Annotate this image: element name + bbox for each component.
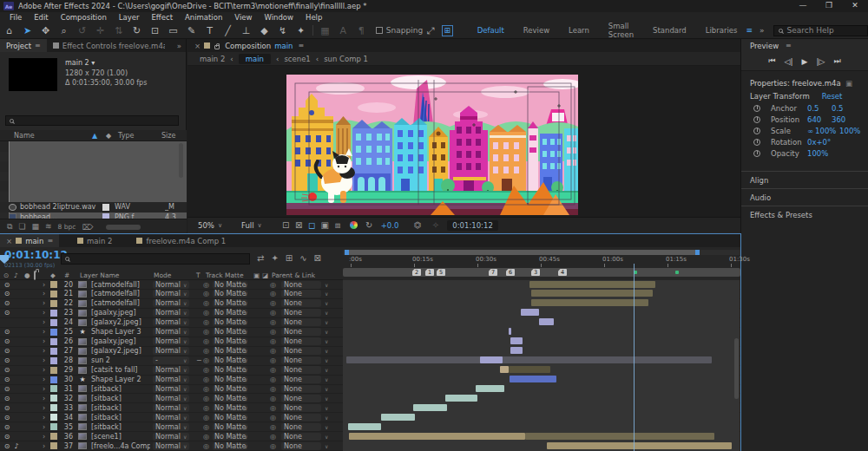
track-matte-dropdown[interactable]: No Matte — [213, 356, 247, 364]
transfer-controls-icon[interactable]: ▣ — [253, 271, 260, 279]
panel-menu-icon[interactable]: ≡ — [298, 42, 304, 49]
menu-help[interactable]: Help — [299, 13, 328, 22]
parent-pickwhip-icon[interactable]: ◎ — [270, 309, 276, 317]
eraser-tool[interactable]: ◆ — [255, 23, 273, 38]
composition-viewer[interactable] — [187, 66, 740, 217]
timeline-layer-row[interactable]: ⊙›30★Shape Layer 2Normal∨◎No Matte∨◎None… — [0, 376, 740, 385]
layer-color-swatch[interactable] — [50, 367, 57, 374]
parent-link-dropdown[interactable]: None — [281, 281, 321, 289]
layer-color-swatch[interactable] — [50, 281, 57, 288]
audio-column-icon[interactable]: ♪ — [14, 271, 18, 279]
parent-pickwhip-icon[interactable]: ◎ — [270, 404, 276, 412]
section-audio[interactable]: Audio — [741, 188, 868, 206]
track-matte-dropdown[interactable]: No Matte — [213, 433, 247, 441]
parent-pickwhip-icon[interactable]: ◎ — [270, 356, 276, 364]
eye-icon[interactable]: ⊙ — [3, 404, 11, 412]
parent-pickwhip-icon[interactable]: ◎ — [270, 423, 276, 431]
layer-duration-bar[interactable] — [510, 376, 556, 382]
layer-track[interactable] — [343, 308, 740, 317]
layer-track[interactable] — [343, 298, 740, 308]
matte-pickwhip-icon[interactable]: ◎ — [203, 442, 209, 450]
expand-arrow-icon[interactable]: › — [43, 337, 45, 345]
layer-track[interactable] — [343, 365, 740, 375]
label-swatch[interactable] — [102, 204, 109, 211]
tab-close-icon[interactable]: × — [6, 237, 12, 245]
eye-icon[interactable]: ⊙ — [3, 290, 11, 297]
magnification-dropdown[interactable]: 50%∨ — [194, 220, 226, 231]
layer-track[interactable] — [343, 280, 740, 290]
draft-3d-icon[interactable]: ✦ — [271, 253, 278, 263]
section-effects-presets[interactable]: Effects & Presets — [741, 206, 868, 223]
timeline-vertical-scrollbar[interactable] — [734, 338, 739, 399]
project-item[interactable]: bobhead 2liptrue.wavWAV_M — [0, 202, 187, 212]
parent-link-dropdown[interactable]: None — [281, 290, 321, 297]
track-matte-dropdown[interactable]: No Matte — [213, 376, 247, 383]
menu-view[interactable]: View — [228, 13, 258, 22]
parent-pickwhip-icon[interactable]: ◎ — [270, 395, 276, 402]
layer-color-swatch[interactable] — [50, 385, 57, 392]
parent-pickwhip-icon[interactable]: ◎ — [270, 442, 276, 450]
sort-asc-icon[interactable]: ▲ — [92, 132, 97, 140]
matte-pickwhip-icon[interactable]: ◎ — [203, 337, 209, 345]
mini-flowchart-icon[interactable]: ⇄ — [257, 253, 264, 263]
interpret-footage-icon[interactable]: ⧉ — [7, 222, 12, 232]
layer-track[interactable] — [343, 327, 740, 337]
expand-arrow-icon[interactable]: › — [43, 423, 45, 431]
properties-panel-header[interactable]: Properties: freelove.m4a ▣ — [741, 76, 868, 90]
matte-pickwhip-icon[interactable]: ◎ — [203, 414, 209, 422]
parent-controls-icon[interactable]: ◪ — [262, 271, 268, 279]
layer-name[interactable]: [galaxy2.jpeg] — [91, 318, 150, 326]
parent-pickwhip-icon[interactable]: ◎ — [270, 299, 276, 307]
track-matte-dropdown[interactable]: No Matte — [213, 395, 247, 402]
eye-icon[interactable]: ⊙ — [3, 347, 11, 355]
layer-name[interactable]: Shape Layer 2 — [91, 376, 150, 383]
matte-pickwhip-icon[interactable]: ◎ — [203, 433, 209, 441]
pen-tool[interactable]: ✎ — [182, 23, 201, 38]
layer-duration-bar[interactable] — [509, 328, 511, 335]
layer-duration-bar[interactable] — [480, 356, 503, 363]
workspace-libraries[interactable]: Libraries — [697, 26, 746, 35]
layer-name[interactable]: [galaxy2.jpeg] — [91, 347, 150, 355]
layer-color-swatch[interactable] — [50, 357, 57, 364]
eye-column-icon[interactable]: ⊙ — [3, 271, 9, 279]
stopwatch-icon[interactable] — [753, 139, 760, 146]
maximize-button[interactable]: ❐ — [816, 0, 842, 12]
layer-color-swatch[interactable] — [50, 338, 57, 345]
timeline-layer-row[interactable]: ⊙›20[catmodelfall]Normal∨◎No Matte∨◎None… — [0, 280, 740, 290]
play-button[interactable]: ▶ — [802, 57, 808, 66]
breadcrumb-main[interactable]: main — [239, 54, 271, 64]
resolution-dropdown[interactable]: Full∨ — [238, 220, 266, 231]
property-value[interactable]: 640 — [807, 115, 832, 124]
dolly-camera-tool[interactable]: ⇅ — [109, 23, 128, 38]
track-matte-dropdown[interactable]: No Matte — [213, 337, 247, 345]
layer-track[interactable] — [343, 356, 740, 365]
expand-arrow-icon[interactable]: › — [43, 347, 45, 355]
main-viewer-icon[interactable]: ⊠ — [293, 220, 306, 231]
parent-pickwhip-icon[interactable]: ◎ — [270, 433, 276, 441]
roto-brush-tool[interactable]: ↯ — [273, 23, 292, 38]
close-button[interactable]: ✕ — [842, 0, 868, 12]
track-matte-dropdown[interactable]: No Matte — [213, 328, 247, 336]
stopwatch-icon[interactable] — [753, 127, 760, 134]
layer-name[interactable]: sun 2 — [91, 356, 150, 364]
expand-arrow-icon[interactable]: › — [43, 290, 45, 297]
property-value[interactable]: 0.5 — [807, 104, 832, 113]
layer-duration-bar[interactable] — [531, 290, 653, 297]
layer-name[interactable]: [catmodelfall] — [91, 281, 150, 289]
track-matte-dropdown[interactable]: No Matte — [213, 404, 247, 412]
layer-duration-bar[interactable] — [445, 395, 477, 402]
label-column-icon[interactable]: ◆ — [50, 271, 56, 279]
expand-arrow-icon[interactable]: › — [43, 281, 45, 289]
panel-menu-icon[interactable]: ≡ — [35, 42, 41, 49]
timeline-layer-row[interactable]: ⊙›35[sitback]Normal∨◎No Matte∨◎None∨ — [0, 422, 740, 432]
tab-project[interactable]: Project ≡ — [0, 39, 47, 52]
type-tool[interactable]: T — [201, 23, 219, 38]
layer-duration-bar[interactable] — [349, 433, 525, 440]
expand-arrow-icon[interactable]: › — [43, 356, 45, 364]
stopwatch-icon[interactable] — [753, 116, 760, 123]
grid-guides-icon[interactable]: ⊞ — [442, 25, 453, 36]
index-column[interactable]: # — [64, 271, 69, 279]
layer-name[interactable]: [gaalxy.jpeg] — [91, 309, 150, 317]
parent-pickwhip-icon[interactable]: ◎ — [270, 318, 276, 326]
parent-link-dropdown[interactable]: None — [281, 433, 321, 441]
